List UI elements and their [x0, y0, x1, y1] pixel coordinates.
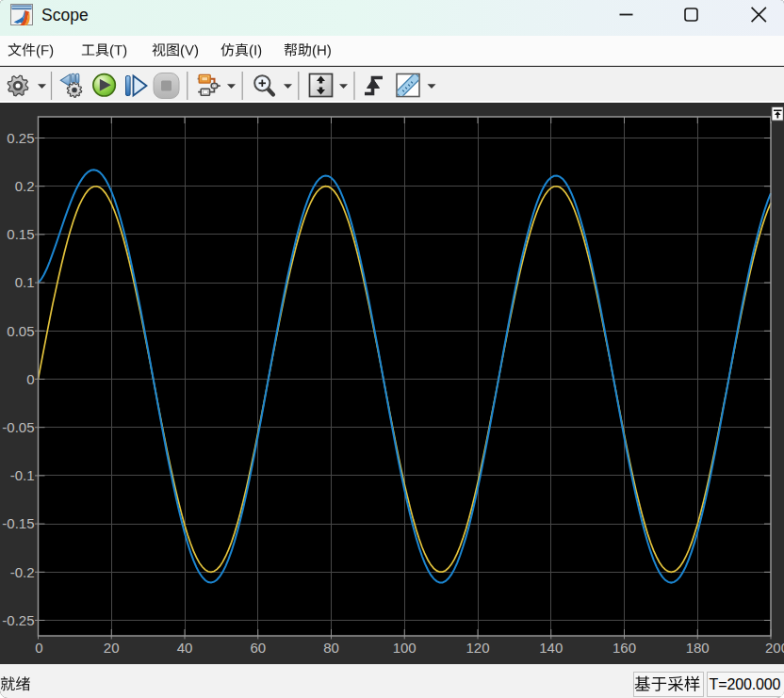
svg-text:0.15: 0.15	[7, 226, 34, 242]
svg-text:40: 40	[177, 640, 193, 656]
svg-text:0.05: 0.05	[7, 323, 34, 339]
svg-text:20: 20	[104, 640, 120, 656]
svg-text:160: 160	[612, 640, 636, 656]
svg-text:0.25: 0.25	[7, 130, 34, 146]
svg-text:-0.25: -0.25	[2, 612, 34, 628]
svg-text:-0.15: -0.15	[2, 515, 34, 531]
svg-text:120: 120	[466, 640, 489, 656]
svg-text:100: 100	[393, 640, 416, 656]
svg-text:80: 80	[323, 640, 339, 656]
svg-text:0: 0	[26, 371, 34, 387]
svg-text:-0.2: -0.2	[10, 564, 35, 580]
svg-text:0.1: 0.1	[15, 274, 35, 290]
svg-text:180: 180	[686, 640, 710, 656]
svg-text:140: 140	[539, 640, 563, 656]
svg-text:0: 0	[35, 640, 42, 656]
svg-text:200: 200	[765, 640, 784, 656]
svg-text:0.2: 0.2	[15, 178, 35, 194]
svg-text:60: 60	[250, 640, 266, 656]
svg-text:-0.05: -0.05	[2, 419, 34, 435]
svg-text:-0.1: -0.1	[10, 467, 35, 483]
